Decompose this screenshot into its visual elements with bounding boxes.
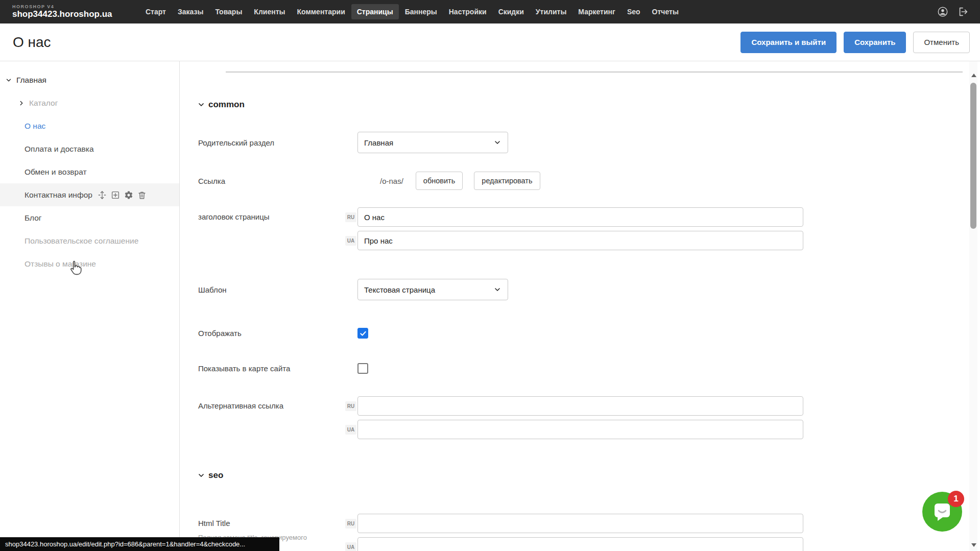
scroll-up-arrow[interactable]: [971, 74, 976, 77]
field-label: Html Title: [198, 514, 345, 533]
chevron-down-icon: [493, 285, 501, 294]
field-label: Альтернативная ссылка: [198, 396, 345, 416]
html-title-ua-input[interactable]: [357, 537, 803, 551]
sidebar-item-otzyvy-o-magazine[interactable]: Отзывы о магазине: [0, 252, 179, 275]
chat-unread-badge: 1: [948, 491, 964, 507]
template-select[interactable]: Текстовая страница: [357, 279, 508, 300]
html-title-row: Html Title Полная замена title, генериру…: [198, 514, 980, 551]
top-menu: Старт Заказы Товары Клиенты Комментарии …: [140, 4, 684, 19]
chat-widget-button[interactable]: 1: [922, 492, 962, 532]
field-label: Показывать в карте сайта: [198, 364, 345, 373]
chevron-down-icon: [5, 77, 12, 84]
save-and-exit-button[interactable]: Сохранить и выйти: [740, 32, 836, 53]
template-row: Шаблон Текстовая страница: [198, 279, 980, 300]
parent-section-select[interactable]: Главная: [357, 132, 508, 153]
scroll-down-arrow[interactable]: [971, 543, 976, 547]
sidebar-item-label: Каталог: [29, 99, 58, 108]
nav-item-marketing[interactable]: Маркетинг: [572, 4, 621, 19]
field-label: заголовок страницы: [198, 207, 345, 227]
sitemap-row: Показывать в карте сайта: [198, 363, 980, 374]
display-row: Отображать: [198, 328, 980, 339]
chevron-down-icon: [197, 471, 205, 480]
brand: HOROSHOP V4 shop34423.horoshop.ua: [0, 5, 140, 19]
sidebar-item-blog[interactable]: Блог: [0, 206, 179, 229]
brand-domain: shop34423.horoshop.ua: [12, 10, 140, 19]
trash-icon[interactable]: [137, 190, 147, 200]
sidebar-item-label: Оплата и доставка: [25, 145, 94, 154]
refresh-link-button[interactable]: обновить: [416, 172, 463, 190]
nav-item-pages[interactable]: Страницы: [351, 4, 399, 19]
chevron-down-icon: [197, 101, 205, 109]
select-value: Текстовая страница: [364, 285, 435, 294]
sidebar-item-polzovatelskoe-soglashenie[interactable]: Пользовательское соглашение: [0, 229, 179, 252]
nav-item-orders[interactable]: Заказы: [172, 4, 209, 19]
gear-icon[interactable]: [124, 190, 133, 200]
save-button[interactable]: Сохранить: [844, 32, 906, 53]
sidebar-item-katalog[interactable]: Каталог: [0, 91, 179, 114]
vertical-scrollbar[interactable]: [969, 61, 977, 551]
scrollbar-thumb[interactable]: [970, 83, 976, 229]
nav-item-reports[interactable]: Отчеты: [647, 4, 684, 19]
lang-tag-ru: RU: [345, 401, 356, 411]
chevron-down-icon: [493, 138, 501, 147]
sidebar-item-label: О нас: [25, 122, 45, 131]
sidebar-item-kontaktnaya-informatsiya[interactable]: Контактная инфор: [0, 183, 179, 206]
user-icon[interactable]: [937, 6, 948, 17]
logout-icon[interactable]: [958, 6, 969, 17]
top-navigation-bar: HOROSHOP V4 shop34423.horoshop.ua Старт …: [0, 0, 980, 23]
nav-item-settings[interactable]: Настройки: [443, 4, 492, 19]
sidebar-item-actions: [98, 190, 147, 200]
nav-item-utilities[interactable]: Утилиты: [530, 4, 572, 19]
edit-link-button[interactable]: редактировать: [474, 172, 540, 190]
parent-section-row: Родительский раздел Главная: [198, 132, 980, 153]
nav-item-seo[interactable]: Seo: [622, 4, 646, 19]
field-label: Ссылка: [198, 177, 345, 185]
section-title-text: common: [208, 100, 245, 110]
section-seo[interactable]: seo: [198, 470, 980, 481]
lang-tag-ua: UA: [345, 425, 356, 435]
link-row: Ссылка /o-nas/ обновить редактировать: [198, 172, 980, 190]
sidebar-item-glavnaya[interactable]: Главная: [0, 68, 179, 91]
sidebar-item-label: Обмен и возврат: [25, 167, 87, 177]
field-label: Шаблон: [198, 285, 345, 294]
display-checkbox[interactable]: [357, 328, 368, 339]
section-title-text: seo: [208, 470, 223, 481]
nav-item-discounts[interactable]: Скидки: [493, 4, 530, 19]
header-actions: Сохранить и выйти Сохранить Отменить: [740, 32, 980, 53]
nav-item-start[interactable]: Старт: [140, 4, 172, 19]
link-path: /o-nas/: [380, 177, 403, 185]
nav-item-products[interactable]: Товары: [209, 4, 248, 19]
sidebar-item-obmen-i-vozvrat[interactable]: Обмен и возврат: [0, 160, 179, 183]
sidebar-item-oplata-i-dostavka[interactable]: Оплата и доставка: [0, 137, 179, 160]
status-url: shop34423.horoshop.ua/edit/edit.php?id=6…: [5, 540, 245, 548]
add-icon[interactable]: [111, 190, 120, 200]
html-title-ru-input[interactable]: [357, 514, 803, 533]
sidebar-item-o-nas[interactable]: О нас: [0, 114, 179, 137]
cancel-button[interactable]: Отменить: [913, 32, 970, 53]
field-label: Отображать: [198, 329, 345, 338]
page-title: О нас: [13, 34, 51, 51]
alt-link-ua-input[interactable]: [357, 420, 803, 439]
page-header: О нас Сохранить и выйти Сохранить Отмени…: [0, 23, 980, 61]
section-common[interactable]: common: [198, 99, 980, 110]
lang-tag-ua: UA: [345, 542, 356, 551]
lang-tag-ru: RU: [345, 519, 356, 529]
link-status-bar: shop34423.horoshop.ua/edit/edit.php?id=6…: [0, 537, 279, 551]
field-label: Родительский раздел: [198, 138, 345, 147]
alt-link-ru-input[interactable]: [357, 396, 803, 416]
alt-link-row: Альтернативная ссылка RU UA: [198, 396, 980, 439]
nav-item-clients[interactable]: Клиенты: [248, 4, 291, 19]
lang-tag-ru: RU: [345, 212, 356, 222]
drag-icon[interactable]: [98, 190, 107, 200]
sitemap-checkbox[interactable]: [357, 363, 368, 374]
lang-tag-ua: UA: [345, 236, 356, 246]
sidebar-item-label: Пользовательское соглашение: [25, 236, 138, 246]
page-title-ua-input[interactable]: [357, 231, 803, 250]
page-title-ru-input[interactable]: [357, 207, 803, 227]
nav-item-banners[interactable]: Баннеры: [399, 4, 443, 19]
page-title-row: заголовок страницы RU UA: [198, 207, 980, 250]
content-top-divider: [226, 71, 963, 73]
nav-item-comments[interactable]: Комментарии: [291, 4, 350, 19]
page-edit-form: common Родительский раздел Главная Ссылк…: [180, 61, 980, 551]
sidebar-item-label: Контактная инфор: [25, 190, 92, 200]
